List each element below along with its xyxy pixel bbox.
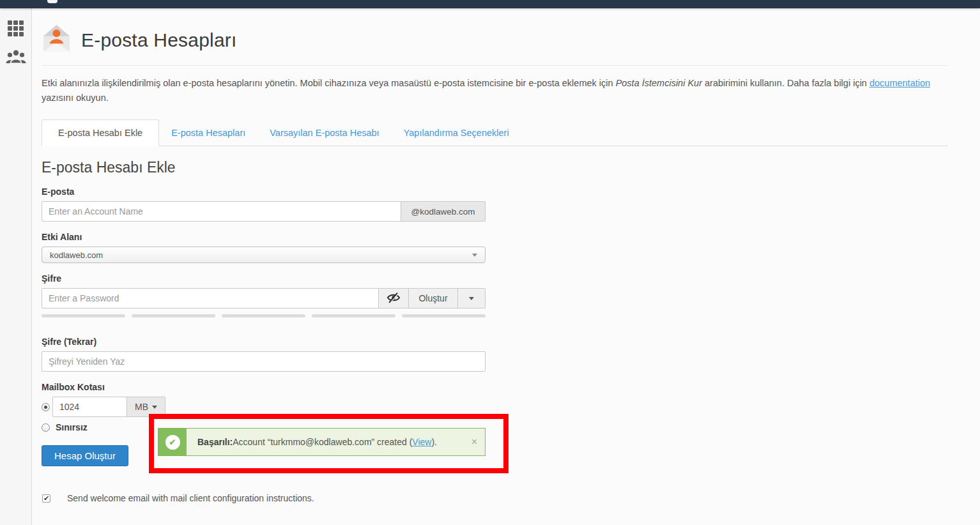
tab-configuration-options[interactable]: Yapılandırma Seçenekleri — [392, 120, 521, 146]
top-navigation-bar — [0, 0, 980, 8]
password-input-group: Oluştur — [42, 288, 486, 308]
success-alert-message: Başarılı: Account “turkmmo@kodlaweb.com”… — [187, 429, 485, 455]
success-message-suffix: ). — [431, 437, 437, 447]
tab-bar: E-posta Hesabı Ekle E-posta Hesapları Va… — [42, 119, 948, 146]
password-repeat-input[interactable] — [42, 351, 486, 372]
check-circle-icon: ✔ — [165, 435, 180, 450]
mailbox-quota-label: Mailbox Kotası — [42, 382, 486, 392]
domain-select-value: kodlaweb.com — [50, 250, 103, 260]
description-emphasis: Posta İstemcisini Kur — [616, 78, 702, 88]
password-strength-segment — [312, 314, 395, 317]
quota-unlimited-label: Sınırsız — [56, 422, 88, 432]
description-text: yazısını okuyun. — [42, 93, 109, 103]
quota-limited-radio[interactable] — [42, 403, 50, 411]
tab-email-accounts[interactable]: E-posta Hesapları — [159, 120, 257, 146]
sidebar-item-apps[interactable] — [0, 13, 31, 43]
success-alert: ✔ Başarılı: Account “turkmmo@kodlaweb.co… — [158, 428, 486, 456]
quota-unlimited-radio[interactable] — [42, 423, 50, 432]
description-text: arabirimini kullanın. Daha fazla bilgi i… — [702, 78, 869, 88]
page-title: E-posta Hesapları — [81, 29, 237, 51]
eye-slash-icon — [387, 291, 401, 307]
page-description: Etki alanınızla ilişkilendirilmiş olan e… — [42, 76, 939, 105]
password-label: Şifre — [42, 273, 486, 284]
generate-password-button[interactable]: Oluştur — [409, 288, 458, 308]
generate-password-options-button[interactable] — [458, 288, 486, 308]
welcome-email-label: Send welcome email with mail client conf… — [67, 493, 314, 503]
welcome-email-row: ✔ Send welcome email with mail client co… — [42, 493, 486, 503]
domain-label: Etki Alanı — [42, 232, 486, 242]
success-icon-block: ✔ — [158, 429, 187, 455]
close-icon[interactable]: × — [466, 436, 477, 448]
quota-value-input[interactable] — [52, 397, 127, 417]
password-strength-segment — [132, 314, 215, 317]
red-highlight-annotation: ✔ Başarılı: Account “turkmmo@kodlaweb.co… — [149, 414, 509, 473]
password-strength-segment — [402, 314, 486, 317]
description-text: Etki alanınızla ilişkilendirilmiş olan e… — [42, 78, 616, 88]
toggle-password-visibility-button[interactable] — [379, 288, 409, 308]
quota-unit-label: MB — [135, 402, 148, 412]
apps-grid-icon — [8, 20, 24, 36]
create-account-button[interactable]: Hesap Oluştur — [42, 445, 128, 466]
view-account-link[interactable]: View — [412, 437, 431, 447]
email-input-group: @kodlaweb.com — [42, 201, 486, 222]
chevron-down-icon — [152, 406, 157, 409]
success-status-label: Başarılı: — [197, 437, 233, 447]
email-accounts-icon — [42, 24, 72, 56]
documentation-link[interactable]: documentation — [869, 78, 930, 88]
main-content: E-posta Hesapları Etki alanınızla ilişki… — [32, 8, 980, 525]
password-strength-segment — [222, 314, 305, 317]
email-account-input[interactable] — [42, 201, 401, 222]
success-message-text: Account “turkmmo@kodlaweb.com” created ( — [233, 437, 412, 447]
form-heading: E-posta Hesabı Ekle — [42, 159, 486, 176]
accounts-people-icon — [6, 49, 26, 66]
password-strength-segment — [42, 314, 125, 317]
brand-logo-fragment — [47, 0, 57, 3]
password-repeat-label: Şifre (Tekrar) — [42, 337, 486, 347]
welcome-email-checkbox[interactable]: ✔ — [42, 494, 50, 503]
password-strength-meter — [42, 314, 486, 317]
email-label: E-posta — [42, 186, 486, 197]
domain-select[interactable]: kodlaweb.com — [42, 247, 486, 263]
checkmark-icon: ✔ — [43, 495, 49, 502]
sidebar-item-accounts[interactable] — [0, 43, 31, 72]
password-input[interactable] — [42, 288, 379, 308]
chevron-down-icon — [472, 254, 477, 257]
chevron-down-icon — [469, 297, 474, 300]
tab-add-email-account[interactable]: E-posta Hesabı Ekle — [42, 119, 159, 146]
email-domain-addon: @kodlaweb.com — [401, 201, 486, 222]
sidebar — [0, 8, 32, 525]
tab-default-email-account[interactable]: Varsayılan E-posta Hesabı — [257, 120, 391, 146]
page-header: E-posta Hesapları — [42, 16, 948, 66]
